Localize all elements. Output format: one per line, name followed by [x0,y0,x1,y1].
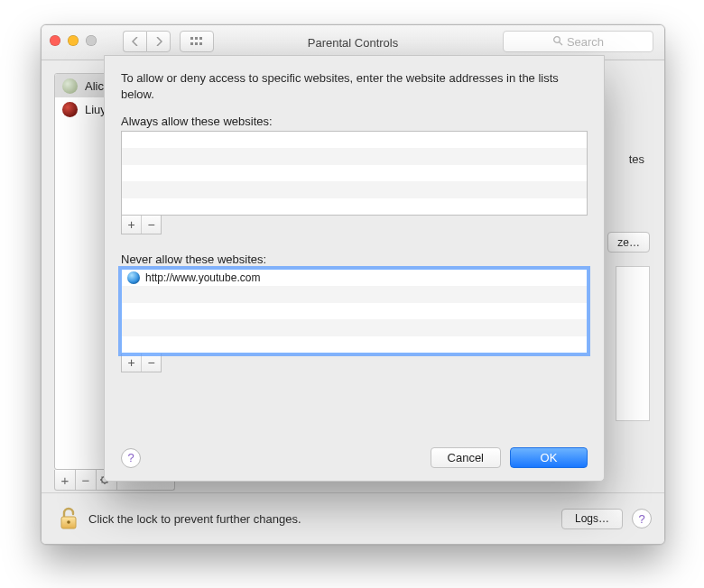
background-listbox [616,266,650,421]
svg-rect-2 [199,37,202,40]
nav-forward-button[interactable] [146,31,171,52]
sheet-intro-text: To allow or deny access to specific webs… [121,70,588,102]
chevron-left-icon [132,37,139,46]
lock-icon[interactable] [58,506,79,531]
avatar-icon [62,78,78,94]
ok-button[interactable]: OK [510,447,588,468]
website-restrictions-sheet: To allow or deny access to specific webs… [104,55,605,482]
svg-rect-3 [190,42,193,45]
window-controls [50,35,97,46]
avatar-icon [62,102,78,117]
never-allow-url: http://www.youtube.com [145,271,260,284]
background-text-fragment: tes [629,152,644,166]
svg-line-13 [102,477,103,478]
svg-rect-4 [195,42,198,45]
svg-line-15 [102,482,103,483]
always-allow-remove-button[interactable]: − [141,216,161,234]
cancel-button[interactable]: Cancel [431,447,501,468]
chevron-right-icon [155,37,162,46]
always-allow-list[interactable] [121,131,588,216]
minimize-window-button[interactable] [68,35,79,46]
add-account-button[interactable]: + [55,470,76,490]
svg-rect-1 [195,37,198,40]
window-footer: Click the lock to prevent further change… [42,492,664,544]
close-window-button[interactable] [50,35,60,46]
search-icon [552,35,563,49]
search-placeholder: Search [567,35,604,49]
remove-account-button[interactable]: − [76,470,97,490]
svg-point-18 [67,520,70,524]
show-all-prefs-button[interactable] [180,31,214,52]
never-allow-label: Never allow these websites: [121,253,588,266]
logs-button[interactable]: Logs… [561,509,623,529]
always-allow-add-button[interactable]: + [122,216,141,234]
lock-caption: Click the lock to prevent further change… [88,512,301,526]
grid-icon [190,37,203,46]
never-allow-row[interactable]: http://www.youtube.com [122,270,587,286]
svg-rect-0 [190,37,193,40]
never-allow-controls: + − [121,354,162,372]
always-allow-controls: + − [121,216,162,234]
search-input[interactable]: Search [503,31,653,52]
never-allow-add-button[interactable]: + [122,354,141,372]
never-allow-list[interactable]: http://www.youtube.com [121,269,588,354]
svg-rect-5 [199,42,202,45]
svg-line-7 [559,41,561,44]
customize-button[interactable]: ze… [607,232,650,253]
sheet-help-button[interactable]: ? [121,448,141,468]
zoom-window-button[interactable] [86,35,97,46]
svg-point-6 [554,36,560,42]
svg-line-14 [107,482,108,483]
help-button[interactable]: ? [632,509,652,528]
nav-back-button[interactable] [123,31,146,52]
always-allow-label: Always allow these websites: [121,115,588,128]
globe-icon [127,271,140,284]
never-allow-remove-button[interactable]: − [141,354,161,372]
